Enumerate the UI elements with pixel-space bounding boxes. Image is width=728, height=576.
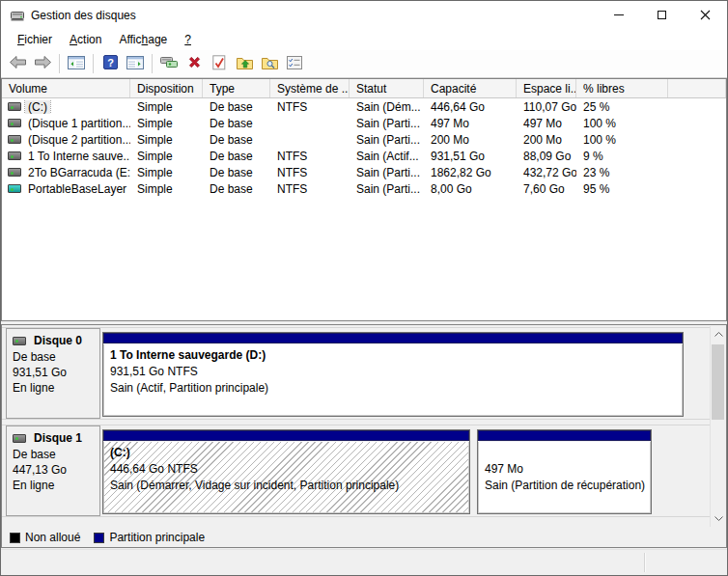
cell-%-libres: 100 % xyxy=(576,117,668,130)
disk-header-1[interactable]: Disque 1De base447,13 GoEn ligne xyxy=(6,425,100,516)
cell-type: De base xyxy=(203,133,270,147)
cell-espace-li-: 88,09 Go xyxy=(517,150,576,163)
folder-explore-icon xyxy=(262,56,278,72)
menu-item-affichage[interactable]: Affichage xyxy=(110,29,176,50)
table-row[interactable]: 1 To Interne sauve...SimpleDe baseNTFSSa… xyxy=(2,148,726,164)
column-header-disposition[interactable]: Disposition xyxy=(130,79,203,97)
cell-%-libres: 100 % xyxy=(576,133,668,147)
cell-disposition: Simple xyxy=(130,133,203,147)
partition-1-0[interactable]: (C:)446,64 Go NTFSSain (Démarrer, Vidage… xyxy=(102,429,470,514)
chevron-down-icon xyxy=(714,516,723,521)
cell-syst-me-de-: NTFS xyxy=(270,182,350,196)
cell-%-libres: 9 % xyxy=(576,150,668,163)
disk-area: Disque 0De base931,51 GoEn ligne1 To Int… xyxy=(2,325,710,528)
console-tree-button[interactable] xyxy=(64,52,89,75)
column-header-capacit-[interactable]: Capacité xyxy=(424,79,517,97)
cell-statut: Sain (Parti... xyxy=(350,117,424,130)
partition-0-0[interactable]: 1 To Interne sauvegarde (D:)931,51 Go NT… xyxy=(102,332,684,417)
disk-row-0: Disque 0De base931,51 GoEn ligne1 To Int… xyxy=(2,327,710,420)
cell-%-libres: 95 % xyxy=(576,182,668,196)
volume-name: 2To BGarracuda (E:) xyxy=(25,166,130,179)
vertical-scrollbar[interactable] xyxy=(710,326,725,527)
cell-statut: Sain (Parti... xyxy=(350,166,424,179)
column-header-espace-li-[interactable]: Espace li... xyxy=(517,79,576,97)
volume-disk-icon xyxy=(8,135,21,144)
partition-color-strip xyxy=(478,430,651,442)
scrollbar-thumb[interactable] xyxy=(712,344,724,420)
column-header-statut[interactable]: Statut xyxy=(350,79,424,97)
disk-icon xyxy=(13,434,26,443)
cell-espace-li-: 200 Mo xyxy=(517,133,576,147)
partition-1-1[interactable]: 497 MoSain (Partition de récupération) xyxy=(477,429,652,514)
forward-button[interactable] xyxy=(30,52,55,75)
cell-disposition: Simple xyxy=(130,166,203,179)
legend-item-1: Partition principale xyxy=(94,531,205,544)
disk-header-0[interactable]: Disque 0De base931,51 GoEn ligne xyxy=(6,328,100,419)
scroll-down-button[interactable] xyxy=(711,510,726,527)
disk-icon xyxy=(13,337,26,345)
maximize-icon xyxy=(658,11,666,19)
cell-disposition: Simple xyxy=(130,100,203,114)
disk-partitions-1: (C:)446,64 Go NTFSSain (Démarrer, Vidage… xyxy=(102,425,652,516)
folder-open-button[interactable] xyxy=(232,52,257,75)
cell-disposition: Simple xyxy=(130,182,203,196)
delete-volume-button[interactable] xyxy=(182,52,207,75)
scroll-up-button[interactable] xyxy=(711,326,726,343)
app-icon xyxy=(10,8,25,23)
cell-volume: 1 To Interne sauve... xyxy=(2,150,130,163)
partition-body: 1 To Interne sauvegarde (D:)931,51 Go NT… xyxy=(103,344,683,416)
help-button[interactable]: ? xyxy=(98,52,123,75)
cell-capacit-: 1862,82 Go xyxy=(424,166,517,179)
volume-disk-icon xyxy=(8,102,21,111)
back-button[interactable] xyxy=(5,52,30,75)
partition-color-strip xyxy=(103,333,683,344)
table-row[interactable]: PortableBaseLayerSimpleDe baseNTFSSain (… xyxy=(2,180,726,197)
menu-item-action[interactable]: Action xyxy=(61,29,110,50)
action-pane-button[interactable] xyxy=(123,52,148,75)
cell-type: De base xyxy=(203,100,270,114)
graphical-view-pane: Disque 0De base931,51 GoEn ligne1 To Int… xyxy=(1,324,727,548)
folder-explore-button[interactable] xyxy=(257,52,282,75)
back-icon xyxy=(9,55,27,72)
cell-capacit-: 200 Mo xyxy=(424,133,517,147)
partition-status: Sain (Démarrer, Vidage sur incident, Par… xyxy=(110,478,462,494)
close-icon xyxy=(700,10,711,20)
column-header-volume[interactable]: Volume xyxy=(2,79,130,97)
status-bar-separator xyxy=(644,553,645,572)
cell-%-libres: 25 % xyxy=(576,100,668,114)
cell-volume: (Disque 2 partition... xyxy=(2,133,130,147)
volume-name: PortableBaseLayer xyxy=(25,182,129,196)
disk-name: Disque 0 xyxy=(13,334,96,347)
properties-list-button[interactable] xyxy=(282,52,307,75)
cell-type: De base xyxy=(203,117,270,130)
drive-properties-button[interactable] xyxy=(156,52,182,75)
cell-statut: Sain (Parti... xyxy=(350,133,424,147)
menu-item-aide[interactable]: ? xyxy=(176,29,200,50)
volume-disk-icon xyxy=(8,151,21,160)
maximize-button[interactable] xyxy=(640,1,684,29)
check-document-button[interactable] xyxy=(207,52,232,75)
table-row[interactable]: (Disque 2 partition...SimpleDe baseSain … xyxy=(2,131,726,148)
minimize-button[interactable] xyxy=(597,1,640,29)
volume-disk-icon xyxy=(8,168,21,177)
column-header-filler[interactable] xyxy=(668,79,726,97)
volume-name: (C:) xyxy=(25,100,50,114)
disk-status: En ligne xyxy=(13,478,96,493)
legend-label: Non alloué xyxy=(25,531,80,544)
table-row[interactable]: (Disque 1 partition...SimpleDe baseSain … xyxy=(2,115,726,131)
legend-bar: Non allouéPartition principale xyxy=(2,528,726,547)
column-header-%-libres[interactable]: % libres xyxy=(576,79,668,97)
partition-body: (C:)446,64 Go NTFSSain (Démarrer, Vidage… xyxy=(103,442,469,513)
window-title: Gestion des disques xyxy=(31,9,136,22)
table-row[interactable]: (C:)SimpleDe baseNTFSSain (Dém...446,64 … xyxy=(2,98,726,115)
cell-volume: PortableBaseLayer xyxy=(2,182,130,196)
table-row[interactable]: 2To BGarracuda (E:)SimpleDe baseNTFSSain… xyxy=(2,164,726,180)
close-button[interactable] xyxy=(684,1,727,29)
menu-item-fichier[interactable]: Fichier xyxy=(9,29,61,50)
check-document-icon xyxy=(212,55,226,73)
disk-row-1: Disque 1De base447,13 GoEn ligne(C:)446,… xyxy=(2,425,710,517)
volume-disk-icon xyxy=(8,184,21,193)
column-header-type[interactable]: Type xyxy=(203,79,270,97)
column-header-syst-me-de-[interactable]: Système de ... xyxy=(270,79,350,97)
cell-%-libres: 23 % xyxy=(576,166,668,179)
